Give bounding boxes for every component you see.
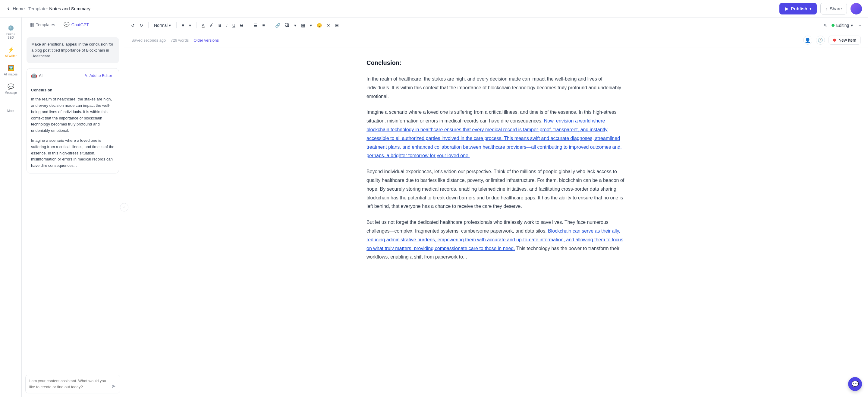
sidebar-item-more[interactable]: ··· More	[1, 99, 21, 115]
ai-images-icon: 🖼️	[7, 65, 14, 72]
chat-input[interactable]	[29, 378, 108, 390]
image-button[interactable]: 🖼	[283, 21, 291, 30]
toolbar-separator-2	[176, 22, 177, 28]
ai-response-body: Conclusion: In the realm of healthcare, …	[27, 83, 119, 173]
panel-wrapper: ▦ Templates 💬 ChatGPT Make an emotional …	[22, 18, 124, 397]
image-chevron-button[interactable]: ▾	[292, 21, 299, 30]
ai-robot-icon: 🤖	[31, 73, 37, 79]
text-color-button[interactable]: A	[199, 21, 207, 30]
sidebar-item-brief-seo[interactable]: ⚙️ Brief + SEO	[1, 22, 21, 41]
ai-response-card: 🤖 AI ✎ Add to Editor Conclusion: In the …	[27, 68, 119, 174]
more-icon: ···	[8, 102, 13, 108]
sidebar-item-message[interactable]: 💬 Message	[1, 81, 21, 97]
template-name: Notes and Summary	[49, 6, 90, 11]
align-group: ≡ ▾	[180, 21, 193, 30]
doc-title: Conclusion:	[367, 59, 626, 66]
redo-button[interactable]: ↻	[137, 21, 145, 30]
panel: ▦ Templates 💬 ChatGPT Make an emotional …	[22, 18, 124, 397]
chat-input-box: ➤	[25, 375, 120, 393]
bullet-list-button[interactable]: ☰	[251, 21, 259, 30]
collaborator-icon[interactable]: 👤	[803, 36, 812, 45]
document-body: Conclusion: In the realm of healthcare, …	[367, 59, 626, 261]
editing-chevron-icon: ▾	[851, 23, 853, 28]
chat-input-area: ➤	[22, 371, 124, 397]
ai-label: 🤖 AI	[31, 73, 42, 79]
doc-paragraph-4: But let us not forget the dedicated heal…	[367, 218, 626, 261]
ai-prompt-bubble: Make an emotional appeal in the conclusi…	[27, 37, 119, 63]
toolbar-separator-3	[196, 22, 196, 28]
send-button[interactable]: ➤	[111, 382, 116, 390]
panel-content: Make an emotional appeal in the conclusi…	[22, 32, 124, 371]
sidebar-icons: ⚙️ Brief + SEO ⚡ AI Writer 🖼️ AI Images …	[0, 18, 22, 397]
new-item-badge[interactable]: New Item	[829, 36, 861, 45]
nav-right: ▶ Publish ▾ ↑ Share	[779, 3, 862, 15]
link-button[interactable]: 🔗	[273, 21, 282, 30]
editor-toolbar: ↺ ↻ Normal ▾ ≡ ▾ A 🖊 B I U S	[124, 18, 868, 33]
format-chevron-icon: ▾	[169, 23, 171, 28]
brief-seo-icon: ⚙️	[7, 25, 14, 31]
text-format-group: A 🖊 B I U S	[199, 21, 245, 30]
tab-templates[interactable]: ▦ Templates	[25, 18, 59, 32]
align-button[interactable]: ≡	[180, 21, 186, 30]
toolbar-separator-4	[248, 22, 248, 28]
doc-paragraph-2: Imagine a scenario where a loved one is …	[367, 108, 626, 160]
undo-button[interactable]: ↺	[129, 21, 137, 30]
extra-button[interactable]: ⊞	[333, 21, 341, 30]
message-icon: 💬	[7, 83, 14, 90]
editor-statusbar: Saved seconds ago 729 words Older versio…	[124, 33, 868, 47]
editing-select-button[interactable]: Editing ▾	[832, 23, 853, 28]
align-chevron-button[interactable]: ▾	[187, 21, 193, 30]
table-chevron-button[interactable]: ▾	[308, 21, 314, 30]
emoji-button[interactable]: 😊	[315, 21, 324, 30]
undo-redo-group: ↺ ↻	[129, 21, 145, 30]
saved-status: Saved seconds ago	[131, 38, 166, 42]
tab-chatgpt[interactable]: 💬 ChatGPT	[59, 18, 93, 32]
numbered-list-button[interactable]: ≡	[260, 21, 267, 30]
sidebar-item-ai-images[interactable]: 🖼️ AI Images	[1, 62, 21, 79]
insert-group: 🔗 🖼 ▾ ▦ ▾ 😊 ✕ ⊞	[273, 21, 341, 30]
edit-pencil-button[interactable]: ✎	[821, 21, 829, 30]
bold-button[interactable]: B	[216, 21, 224, 30]
templates-tab-icon: ▦	[30, 22, 34, 27]
publish-button[interactable]: ▶ Publish ▾	[779, 3, 817, 15]
panel-tabs: ▦ Templates 💬 ChatGPT	[22, 18, 124, 32]
strikethrough-button[interactable]: S	[238, 21, 245, 30]
clear-format-button[interactable]: ✕	[324, 21, 333, 30]
ai-writer-icon: ⚡	[7, 47, 14, 53]
back-button[interactable]: Home	[6, 6, 25, 11]
older-versions-link[interactable]: Older versions	[193, 38, 219, 42]
support-chat-button[interactable]: 💬	[848, 377, 862, 391]
nav-left: Home Template: Notes and Summary	[6, 6, 90, 11]
editor-area: ↺ ↻ Normal ▾ ≡ ▾ A 🖊 B I U S	[124, 18, 868, 397]
avatar[interactable]	[850, 3, 862, 15]
word-count: 729 words	[170, 38, 189, 42]
list-group: ☰ ≡	[251, 21, 267, 30]
editing-status-dot	[832, 24, 835, 27]
toolbar-right: ✎ Editing ▾ ···	[821, 21, 863, 30]
highlight-button[interactable]: 🖊	[207, 21, 216, 30]
doc-paragraph-3: Beyond individual experiences, let's wid…	[367, 167, 626, 211]
add-to-editor-button[interactable]: ✎ Add to Editor	[82, 72, 115, 79]
underline-button[interactable]: U	[230, 21, 238, 30]
share-button[interactable]: ↑ Share	[820, 3, 847, 15]
top-nav: Home Template: Notes and Summary ▶ Publi…	[0, 0, 868, 18]
ai-response-header: 🤖 AI ✎ Add to Editor	[27, 68, 119, 83]
editor-content[interactable]: Conclusion: In the realm of healthcare, …	[124, 47, 868, 397]
format-select-button[interactable]: Normal ▾	[152, 21, 173, 30]
doc-paragraph-1: In the realm of healthcare, the stakes a…	[367, 75, 626, 101]
panel-collapse-button[interactable]: ‹	[120, 203, 128, 211]
table-button[interactable]: ▦	[299, 21, 307, 30]
chatgpt-tab-icon: 💬	[64, 22, 70, 27]
italic-button[interactable]: I	[224, 21, 230, 30]
history-icon[interactable]: 🕐	[816, 36, 825, 45]
main-layout: ⚙️ Brief + SEO ⚡ AI Writer 🖼️ AI Images …	[0, 18, 868, 397]
template-prefix: Template: Notes and Summary	[28, 6, 90, 11]
back-label: Home	[13, 6, 25, 11]
statusbar-right: 👤 🕐 New Item	[803, 36, 861, 45]
more-options-button[interactable]: ···	[855, 21, 863, 30]
sidebar-item-ai-writer[interactable]: ⚡ AI Writer	[1, 44, 21, 60]
new-item-dot	[833, 38, 836, 41]
toolbar-separator-1	[148, 22, 149, 28]
